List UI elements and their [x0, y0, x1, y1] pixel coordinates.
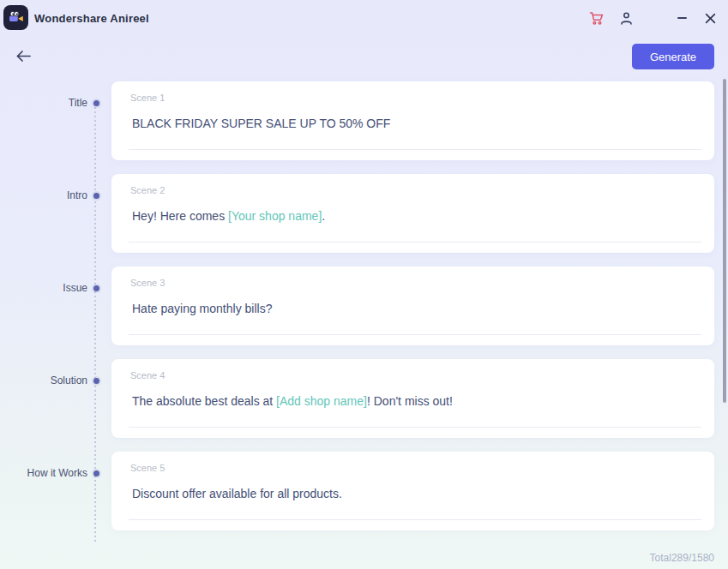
- character-count-value: 289/1580: [671, 552, 714, 564]
- timeline-item[interactable]: Intro: [0, 189, 99, 202]
- minimize-icon[interactable]: [671, 0, 692, 36]
- scene-text-segment: BLACK FRIDAY SUPER SALE UP TO 50% OFF: [132, 117, 390, 130]
- timeline-label: How it Works: [27, 467, 87, 479]
- scene-text-input[interactable]: Hey! Here comes [Your shop name].: [132, 209, 694, 223]
- scene-card: Scene 5 Discount offer available for all…: [111, 452, 714, 530]
- scene-card: Scene 2 Hey! Here comes [Your shop name]…: [111, 174, 714, 253]
- character-counter: Total289/1580: [650, 552, 714, 564]
- scene-text-segment: Discount offer available for all product…: [132, 487, 342, 500]
- scene-text-segment: Hey! Here comes: [132, 209, 228, 223]
- timeline-item[interactable]: How it Works: [0, 466, 99, 480]
- scene-text-segment: .: [322, 209, 325, 223]
- timeline-item[interactable]: Title: [0, 96, 99, 110]
- timeline-dot-icon: [93, 285, 99, 291]
- timeline-label: Issue: [63, 282, 87, 294]
- scene-placeholder-token: [Your shop name]: [228, 209, 322, 223]
- timeline: Title Intro Issue Solution How it Works: [0, 0, 111, 569]
- scene-label: Scene 2: [130, 185, 165, 195]
- scene-text-underline: [129, 242, 701, 243]
- timeline-label: Solution: [51, 374, 87, 386]
- timeline-item[interactable]: Solution: [0, 374, 99, 387]
- scene-card: Scene 1 BLACK FRIDAY SUPER SALE UP TO 50…: [111, 81, 714, 160]
- scene-text-segment: ! Don't miss out!: [367, 394, 453, 408]
- scene-text-input[interactable]: BLACK FRIDAY SUPER SALE UP TO 50% OFF: [132, 117, 694, 130]
- scene-text-input[interactable]: Hate paying monthly bills?: [132, 302, 694, 315]
- anireel-window: { "colors": { "accent": "#575de5", "plac…: [0, 0, 728, 569]
- timeline-dot-icon: [93, 470, 99, 476]
- scene-text-input[interactable]: Discount offer available for all product…: [132, 487, 694, 500]
- timeline-dot-icon: [93, 378, 99, 384]
- timeline-dot-icon: [93, 193, 99, 199]
- scene-placeholder-token: [Add shop name]: [276, 394, 367, 408]
- total-label: Total: [650, 552, 671, 564]
- timeline-label: Intro: [67, 189, 87, 201]
- timeline-dot-icon: [93, 100, 99, 106]
- scene-label: Scene 3: [130, 278, 165, 288]
- scene-text-segment: The absolute best deals at: [132, 394, 276, 408]
- scene-text-underline: [129, 427, 701, 428]
- account-icon[interactable]: [616, 0, 636, 36]
- scene-text-input[interactable]: The absolute best deals at [Add shop nam…: [132, 394, 694, 408]
- timeline-label: Title: [69, 97, 87, 109]
- scene-text-underline: [129, 519, 701, 520]
- scrollbar-thumb[interactable]: [723, 79, 726, 403]
- scene-label: Scene 4: [130, 370, 165, 380]
- cart-icon[interactable]: [587, 0, 607, 36]
- scene-card: Scene 4 The absolute best deals at [Add …: [111, 359, 714, 438]
- scene-list: Scene 1 BLACK FRIDAY SUPER SALE UP TO 50…: [111, 81, 714, 530]
- timeline-item[interactable]: Issue: [0, 281, 99, 295]
- scene-label: Scene 5: [130, 463, 165, 473]
- close-icon[interactable]: [700, 0, 720, 36]
- scene-card: Scene 3 Hate paying monthly bills?: [111, 267, 714, 345]
- scene-label: Scene 1: [130, 93, 165, 103]
- scene-text-underline: [129, 334, 701, 335]
- generate-button[interactable]: Generate: [632, 44, 714, 69]
- scene-text-segment: Hate paying monthly bills?: [132, 302, 272, 315]
- scene-text-underline: [129, 149, 701, 150]
